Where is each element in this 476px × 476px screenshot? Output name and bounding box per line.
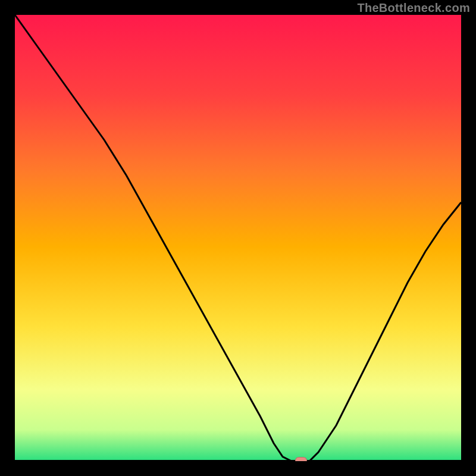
optimal-point-marker — [295, 457, 308, 461]
gradient-background — [15, 15, 461, 461]
plot-area — [15, 15, 461, 461]
watermark-label: TheBottleneck.com — [357, 1, 470, 15]
svg-rect-0 — [15, 15, 461, 461]
chart-frame: TheBottleneck.com — [0, 0, 476, 476]
